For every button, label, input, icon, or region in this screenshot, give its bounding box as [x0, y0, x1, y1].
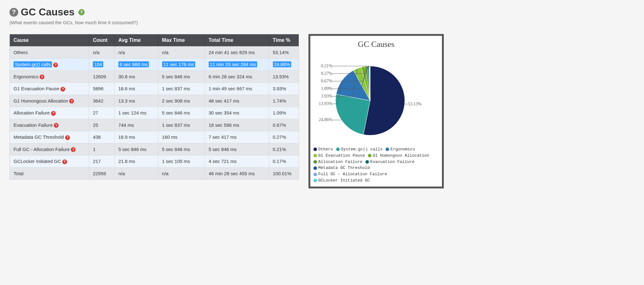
cell-pct: 3.93%: [269, 83, 299, 95]
legend-swatch: [386, 148, 389, 151]
table-row[interactable]: GCLocker Initiated GC?21721.8 ms1 sec 10…: [10, 155, 299, 168]
legend-item[interactable]: GCLocker Initiated GC: [314, 178, 370, 183]
col-avg-time[interactable]: Avg Time: [114, 34, 158, 47]
legend-item[interactable]: System.gc() calls: [336, 147, 383, 152]
cell-pct: 0.67%: [269, 119, 299, 131]
legend-label: Full GC - Allocation Failure: [318, 171, 387, 177]
cell-avg: 5 sec 846 ms: [114, 143, 158, 155]
cell-cause: Metadata GC Threshold?: [10, 131, 89, 143]
col-time-[interactable]: Time %: [269, 34, 299, 47]
cell-pct: 53.14%: [269, 47, 299, 59]
cell-cause: Allocation Failure?: [10, 107, 89, 119]
legend-swatch: [314, 166, 317, 170]
cell-cause: Full GC - Allocation Failure?: [10, 143, 89, 155]
legend-swatch: [368, 154, 371, 157]
cell-avg: n/a: [114, 47, 158, 59]
row-help-icon[interactable]: ?: [71, 147, 76, 152]
legend-item[interactable]: Evacuation Failure: [365, 159, 414, 165]
row-help-icon[interactable]: ?: [65, 135, 70, 140]
legend-swatch: [314, 160, 317, 164]
table-row[interactable]: Ergonomics?1260930.8 ms5 sec 846 ms6 min…: [10, 70, 299, 83]
table-row[interactable]: Total22959n/an/a46 min 28 sec 455 ms100.…: [10, 167, 299, 179]
legend-item[interactable]: Full GC - Allocation Failure: [314, 171, 387, 177]
legend-item[interactable]: G1 Evacuation Pause: [314, 153, 365, 159]
cell-count: 22959: [89, 167, 115, 179]
cell-total: 24 min 41 sec 829 ms: [205, 47, 269, 59]
cell-count: 5896: [89, 83, 115, 95]
section-help-icon[interactable]: ?: [78, 9, 85, 15]
cell-avg: 1 sec 124 ms: [114, 107, 158, 119]
row-help-icon[interactable]: ?: [62, 159, 67, 164]
selected-text: 11 sec 176 ms: [162, 61, 195, 67]
cell-avg: 21.8 ms: [114, 155, 158, 168]
legend-label: Evacuation Failure: [370, 159, 414, 165]
cell-count: 27: [89, 107, 115, 119]
cell-pct: 1.09%: [269, 107, 299, 119]
table-row[interactable]: G1 Humongous Allocation?364213.3 ms2 sec…: [10, 95, 299, 107]
cell-pct: 13.93%: [269, 70, 299, 83]
slice-label: 24.86%: [319, 117, 332, 122]
legend-item[interactable]: Ergonomics: [386, 147, 415, 152]
legend-item[interactable]: G1 Humongous Allocation: [368, 153, 429, 159]
cell-pct: 0.27%: [269, 131, 299, 143]
help-icon[interactable]: ?: [9, 8, 18, 17]
legend-item[interactable]: Allocation Failure: [314, 159, 362, 165]
legend-swatch: [314, 173, 317, 176]
legend-swatch: [314, 148, 317, 151]
legend-item[interactable]: Metadata GC Threshold: [314, 165, 370, 171]
row-help-icon[interactable]: ?: [53, 63, 58, 67]
table-row[interactable]: Evacuation Failure?25744 ms1 sec 837 ms1…: [10, 119, 299, 131]
cell-pct: 1.74%: [269, 95, 299, 107]
cell-cause: Evacuation Failure?: [10, 119, 89, 131]
legend-swatch: [314, 154, 317, 157]
page-title: GC Causes: [21, 6, 75, 18]
cell-count: 12609: [89, 70, 115, 83]
slice-label: 0.21%: [321, 64, 332, 69]
row-help-icon[interactable]: ?: [60, 87, 65, 92]
page-subtitle: (What events caused the GCs, how much ti…: [9, 20, 635, 25]
row-help-icon[interactable]: ?: [51, 111, 56, 116]
cell-avg: 6 sec 666 ms: [114, 59, 158, 71]
legend-label: G1 Evacuation Pause: [318, 153, 365, 159]
table-row[interactable]: Othersn/an/an/a24 min 41 sec 829 ms53.14…: [10, 47, 299, 59]
col-count[interactable]: Count: [89, 34, 115, 47]
row-help-icon[interactable]: ?: [40, 75, 44, 79]
table-row[interactable]: Full GC - Allocation Failure?15 sec 846 …: [10, 143, 299, 155]
cell-pct: 0.17%: [269, 155, 299, 168]
cell-max: 5 sec 846 ms: [158, 70, 205, 83]
col-total-time[interactable]: Total Time: [205, 34, 269, 47]
cell-max: 160 ms: [158, 131, 205, 143]
cell-avg: 16.9 ms: [114, 131, 158, 143]
selected-text: 104: [93, 61, 103, 67]
gc-causes-chart: GC Causes 0.21%0.27%0.67%1.09%3.93%13.93…: [308, 34, 444, 188]
cell-max: 5 sec 846 ms: [158, 107, 205, 119]
table-row[interactable]: Allocation Failure?271 sec 124 ms5 sec 8…: [10, 107, 299, 119]
col-cause[interactable]: Cause: [10, 34, 89, 47]
cell-cause: Total: [10, 167, 89, 179]
cell-avg: 18.6 ms: [114, 83, 158, 95]
legend-item[interactable]: Others: [314, 147, 333, 152]
col-max-time[interactable]: Max Time: [158, 34, 205, 47]
table-row[interactable]: Metadata GC Threshold?43816.9 ms160 ms7 …: [10, 131, 299, 143]
slice-label: 1.09%: [321, 86, 332, 91]
table-row[interactable]: System.gc() calls?1046 sec 666 ms11 sec …: [10, 59, 299, 71]
legend-label: System.gc() calls: [341, 147, 383, 152]
row-help-icon[interactable]: ?: [54, 123, 59, 128]
chart-legend: OthersSystem.gc() callsErgonomicsG1 Evac…: [314, 147, 439, 184]
table-row[interactable]: G1 Evacuation Pause?589618.6 ms1 sec 837…: [10, 83, 299, 95]
legend-label: Metadata GC Threshold: [318, 165, 370, 171]
legend-swatch: [365, 160, 369, 164]
legend-swatch: [314, 179, 317, 182]
legend-swatch: [336, 148, 340, 151]
cell-count: 438: [89, 131, 115, 143]
selected-text: 11 min 33 sec 284 ms: [209, 61, 257, 67]
row-help-icon[interactable]: ?: [69, 99, 74, 103]
slice-label: 0.27%: [321, 71, 332, 76]
legend-label: GCLocker Initiated GC: [318, 178, 370, 183]
cell-max: n/a: [158, 47, 205, 59]
cell-avg: 744 ms: [114, 119, 158, 131]
cell-cause: G1 Humongous Allocation?: [10, 95, 89, 107]
cell-avg: 13.3 ms: [114, 95, 158, 107]
cell-max: 2 sec 908 ms: [158, 95, 205, 107]
legend-label: Allocation Failure: [318, 159, 362, 165]
